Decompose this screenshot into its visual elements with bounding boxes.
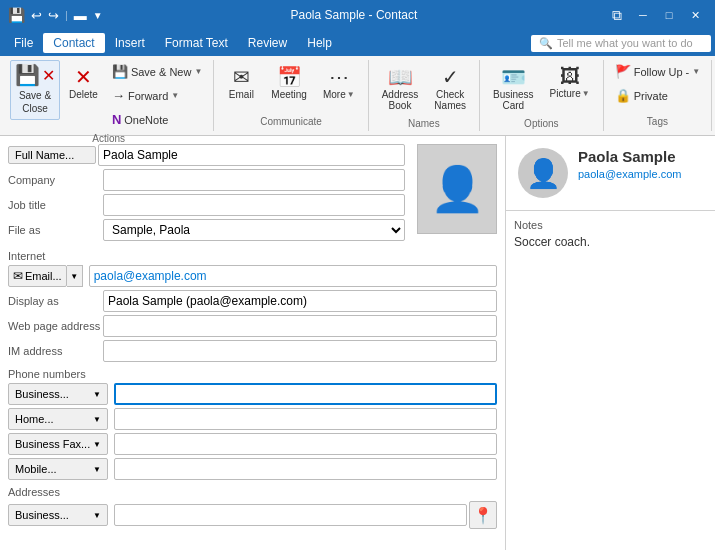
file-as-row: File as Sample, Paola	[8, 219, 405, 241]
menu-insert[interactable]: Insert	[105, 33, 155, 53]
close-btn[interactable]: ✕	[683, 5, 707, 25]
ribbon-tags-buttons: 🚩 Follow Up - ▼ 🔒 Private	[610, 60, 706, 114]
maximize-btn[interactable]: □	[657, 5, 681, 25]
company-row: Company	[8, 169, 405, 191]
map-icon[interactable]: 📍	[469, 501, 497, 529]
business-phone-btn[interactable]: Business... ▼	[8, 383, 108, 405]
business-address-btn[interactable]: Business... ▼	[8, 504, 108, 526]
web-page-input[interactable]	[103, 315, 497, 337]
contact-card-email[interactable]: paola@example.com	[578, 168, 703, 180]
addresses-section-label: Addresses	[8, 486, 497, 498]
save-new-icon: 💾	[112, 64, 128, 79]
resize-btn[interactable]: ⧉	[605, 5, 629, 25]
private-icon: 🔒	[615, 88, 631, 103]
onenote-button[interactable]: N OneNote	[107, 108, 207, 131]
check-names-label: CheckNames	[434, 89, 466, 111]
email-label: Email	[229, 89, 254, 100]
mobile-phone-input[interactable]	[114, 458, 497, 480]
follow-up-button[interactable]: 🚩 Follow Up - ▼	[610, 60, 706, 83]
business-phone-arrow: ▼	[93, 390, 101, 399]
check-names-button[interactable]: ✓ CheckNames	[427, 60, 473, 116]
onenote-icon: N	[112, 112, 121, 127]
menu-review[interactable]: Review	[238, 33, 297, 53]
save-close-button[interactable]: 💾 ✕ Save &Close	[10, 60, 60, 120]
mobile-phone-btn[interactable]: Mobile... ▼	[8, 458, 108, 480]
ribbon-group-communicate: ✉ Email 📅 Meeting ⋯ More ▼ Communicate	[214, 60, 368, 131]
business-address-input[interactable]	[114, 504, 467, 526]
save-new-button[interactable]: 💾 Save & New ▼	[107, 60, 207, 83]
im-address-input[interactable]	[103, 340, 497, 362]
menu-contact[interactable]: Contact	[43, 33, 104, 53]
search-placeholder: Tell me what you want to do	[557, 37, 693, 49]
separator: |	[65, 9, 68, 21]
business-address-row: Business... ▼ 📍	[8, 501, 497, 529]
file-as-select[interactable]: Sample, Paola	[103, 219, 405, 241]
save-new-label: Save & New	[131, 66, 192, 78]
email-dropdown-btn[interactable]: ▼	[67, 265, 83, 287]
full-name-btn[interactable]: Full Name...	[8, 146, 96, 164]
forward-icon: →	[112, 88, 125, 103]
business-fax-input[interactable]	[114, 433, 497, 455]
minimize-btn[interactable]: ─	[631, 5, 655, 25]
redo-icon[interactable]: ↪	[48, 8, 59, 23]
company-input[interactable]	[103, 169, 405, 191]
menu-help[interactable]: Help	[297, 33, 342, 53]
address-book-button[interactable]: 📖 AddressBook	[375, 60, 426, 116]
notes-label: Notes	[514, 219, 707, 231]
address-book-icon: 📖	[388, 65, 413, 89]
business-phone-input[interactable]	[114, 383, 497, 405]
menu-format-text[interactable]: Format Text	[155, 33, 238, 53]
delete-label: Delete	[69, 89, 98, 100]
contact-photo[interactable]: 👤	[417, 144, 497, 234]
email-type-label: Email...	[25, 270, 62, 282]
meeting-button[interactable]: 📅 Meeting	[264, 60, 314, 105]
menu-file[interactable]: File	[4, 33, 43, 53]
full-name-input[interactable]	[98, 144, 405, 166]
map-symbol: 📍	[473, 506, 493, 525]
business-card-button[interactable]: 🪪 BusinessCard	[486, 60, 541, 116]
web-page-label: Web page address	[8, 319, 103, 333]
home-phone-btn[interactable]: Home... ▼	[8, 408, 108, 430]
im-address-label: IM address	[8, 344, 103, 358]
business-card-label: BusinessCard	[493, 89, 534, 111]
home-phone-row: Home... ▼	[8, 408, 497, 430]
email-type-btn[interactable]: ✉ Email...	[8, 265, 67, 287]
home-phone-arrow: ▼	[93, 415, 101, 424]
business-address-arrow: ▼	[93, 511, 101, 520]
email-button[interactable]: ✉ Email	[220, 60, 262, 105]
more-dropdown: ▼	[347, 90, 355, 99]
avatar-icon: 👤	[526, 157, 561, 190]
picture-button[interactable]: 🖼 Picture ▼	[543, 60, 597, 104]
home-phone-input[interactable]	[114, 408, 497, 430]
forward-button[interactable]: → Forward ▼	[107, 84, 207, 107]
business-fax-arrow: ▼	[93, 440, 101, 449]
home-phone-label: Home...	[15, 413, 54, 425]
email-input[interactable]	[89, 265, 497, 287]
delete-icon-x: ✕	[42, 66, 55, 85]
full-name-btn-label: Full Name...	[15, 149, 74, 161]
delete-button[interactable]: ✕ Delete	[62, 60, 105, 105]
private-button[interactable]: 🔒 Private	[610, 84, 706, 107]
search-icon: 🔍	[539, 37, 553, 50]
ribbon-communicate-buttons: ✉ Email 📅 Meeting ⋯ More ▼	[220, 60, 361, 114]
picture-label: Picture	[550, 88, 581, 99]
ribbon-names-buttons: 📖 AddressBook ✓ CheckNames	[375, 60, 473, 116]
maximize-icon: □	[666, 9, 673, 21]
contact-card-avatar: 👤	[518, 148, 568, 198]
job-title-input[interactable]	[103, 194, 405, 216]
company-label: Company	[8, 173, 103, 187]
options-group-label: Options	[486, 118, 597, 129]
more-button[interactable]: ⋯ More ▼	[316, 60, 362, 105]
menu-search[interactable]: 🔍 Tell me what you want to do	[531, 35, 711, 52]
mobile-phone-arrow: ▼	[93, 465, 101, 474]
forward-dropdown: ▼	[171, 91, 179, 100]
follow-up-icon: 🚩	[615, 64, 631, 79]
window-title: Paola Sample - Contact	[103, 8, 605, 22]
more-icon: ⋯	[329, 65, 349, 89]
private-label: Private	[634, 90, 668, 102]
ribbon-group-options: 🪪 BusinessCard 🖼 Picture ▼ Options	[480, 60, 604, 131]
business-fax-btn[interactable]: Business Fax... ▼	[8, 433, 108, 455]
internet-section-label: Internet	[8, 250, 497, 262]
display-as-input[interactable]	[103, 290, 497, 312]
undo-icon[interactable]: ↩	[31, 8, 42, 23]
